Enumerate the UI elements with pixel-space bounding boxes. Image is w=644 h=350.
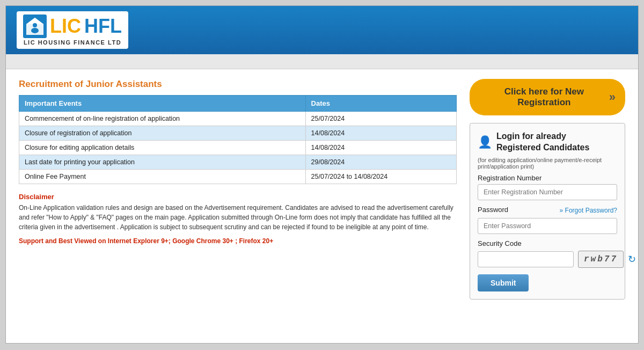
logo-hfl: HFL [84, 17, 122, 36]
logo-lic: LIC [50, 17, 81, 36]
new-registration-button[interactable]: Click here for New Registration » [470, 79, 625, 115]
col-dates: Dates [305, 96, 456, 112]
reg-number-input[interactable] [478, 184, 617, 200]
left-panel: Recruitment of Junior Assistants Importa… [19, 79, 457, 300]
password-label: Password [478, 206, 508, 214]
password-input[interactable] [478, 218, 617, 234]
right-panel: Click here for New Registration » 👤 Logi… [470, 79, 625, 300]
disclaimer-text: On-Line Application validation rules and… [19, 203, 457, 232]
date-cell: 14/08/2024 [305, 126, 456, 141]
main-content: Recruitment of Junior Assistants Importa… [6, 69, 638, 309]
svg-point-4 [31, 28, 39, 33]
page-title: Recruitment of Junior Assistants [19, 79, 457, 90]
date-cell: 29/08/2024 [305, 155, 456, 170]
date-cell: 25/07/2024 [305, 112, 456, 126]
svg-point-3 [33, 23, 37, 27]
logo-box: LIC HFL LIC HOUSING FINANCE LTD [17, 11, 128, 49]
browser-support: Support and Best Viewed on Internet Expl… [19, 237, 457, 245]
forgot-password-link[interactable]: » Forgot Password? [560, 207, 617, 214]
login-subtitle: (for editing application/online payment/… [478, 157, 617, 170]
disclaimer-title: Disclaimer [19, 193, 457, 201]
captcha-image: rwb77 [578, 251, 624, 268]
disclaimer-section: Disclaimer On-Line Application validatio… [19, 193, 457, 245]
new-registration-label: Click here for New Registration [479, 86, 609, 108]
subheader-bar [6, 54, 638, 69]
event-cell: Last date for printing your application [19, 155, 306, 170]
event-cell: Closure for editing application details [19, 141, 306, 155]
date-cell: 25/07/2024 to 14/08/2024 [305, 170, 456, 184]
event-cell: Online Fee Payment [19, 170, 306, 184]
submit-button[interactable]: Submit [478, 274, 529, 291]
table-row: Commencement of on-line registration of … [19, 112, 457, 126]
table-row: Last date for printing your application2… [19, 155, 457, 170]
security-code-input[interactable] [478, 251, 574, 267]
col-events: Important Events [19, 96, 306, 112]
refresh-captcha-icon[interactable]: ↻ [628, 253, 636, 265]
login-box: 👤 Login for alreadyRegistered Candidates… [470, 123, 625, 300]
chevron-right-icon: » [609, 90, 616, 104]
table-row: Closure of registration of application14… [19, 126, 457, 141]
event-cell: Commencement of on-line registration of … [19, 112, 306, 126]
date-cell: 14/08/2024 [305, 141, 456, 155]
security-code-label: Security Code [478, 239, 617, 247]
event-cell: Closure of registration of application [19, 126, 306, 141]
table-row: Online Fee Payment25/07/2024 to 14/08/20… [19, 170, 457, 184]
lic-house-icon [23, 14, 47, 38]
reg-number-label: Registration Number [478, 174, 617, 182]
login-title: Login for alreadyRegistered Candidates [496, 131, 589, 154]
events-table: Important Events Dates Commencement of o… [19, 95, 457, 184]
site-header: LIC HFL LIC HOUSING FINANCE LTD [6, 6, 638, 54]
table-row: Closure for editing application details1… [19, 141, 457, 155]
user-icon: 👤 [478, 135, 492, 149]
logo-subtitle: LIC HOUSING FINANCE LTD [24, 39, 121, 46]
